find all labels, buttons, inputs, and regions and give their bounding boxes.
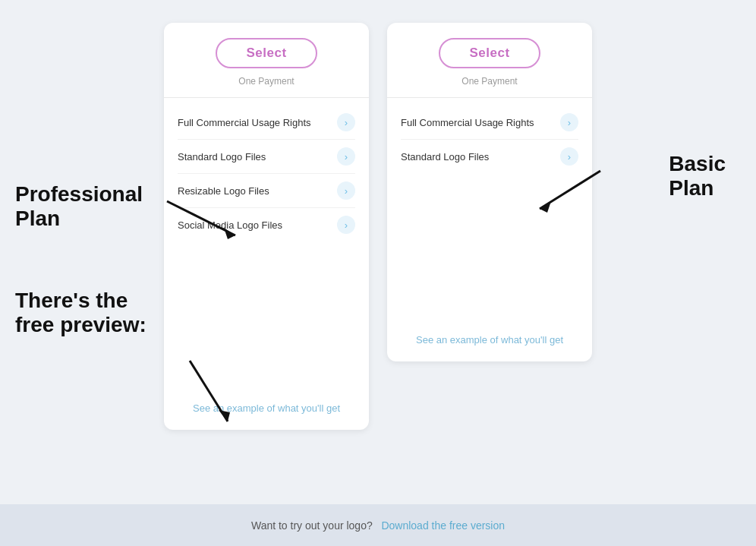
basic-see-example: See an example of what you'll get [387, 310, 592, 346]
main-area: Select One Payment Full Commercial Usage… [0, 0, 756, 430]
download-free-version-link[interactable]: Download the free version [381, 519, 505, 532]
annotation-free-preview: There's thefree preview: [15, 289, 146, 337]
feature-chevron-button[interactable]: › [337, 181, 355, 200]
list-item: Full Commercial Usage Rights › [178, 106, 355, 140]
basic-card-top: Select One Payment [387, 23, 592, 98]
professional-payment-label: One Payment [238, 76, 294, 87]
feature-text: Full Commercial Usage Rights [401, 117, 534, 128]
annotation-basic: BasicPlan [669, 152, 726, 200]
annotation-professional: ProfessionalPlan [15, 182, 143, 231]
professional-select-button[interactable]: Select [216, 38, 317, 68]
arrow-free-preview-icon [182, 353, 250, 437]
feature-chevron-button[interactable]: › [337, 216, 355, 234]
basic-features-list: Full Commercial Usage Rights › Standard … [387, 98, 592, 173]
arrow-basic-icon [524, 163, 608, 224]
svg-marker-5 [219, 410, 230, 421]
bottom-bar: Want to try out your logo? Download the … [0, 504, 756, 546]
feature-text: Standard Logo Files [178, 151, 266, 163]
feature-text: Standard Logo Files [401, 151, 489, 163]
arrow-professional-icon [159, 194, 250, 254]
feature-chevron-button[interactable]: › [560, 113, 578, 131]
list-item: Standard Logo Files › [178, 140, 355, 174]
list-item: Full Commercial Usage Rights › [401, 106, 578, 140]
basic-payment-label: One Payment [461, 76, 517, 87]
feature-chevron-button[interactable]: › [337, 113, 355, 131]
professional-card-top: Select One Payment [164, 23, 369, 98]
basic-see-example-link[interactable]: See an example of what you'll get [416, 334, 563, 346]
basic-select-button[interactable]: Select [439, 38, 540, 68]
bottom-bar-text: Want to try out your logo? Download the … [251, 519, 505, 532]
feature-chevron-button[interactable]: › [337, 147, 355, 166]
feature-text: Full Commercial Usage Rights [178, 117, 311, 128]
bottom-bar-static-text: Want to try out your logo? [251, 519, 373, 532]
